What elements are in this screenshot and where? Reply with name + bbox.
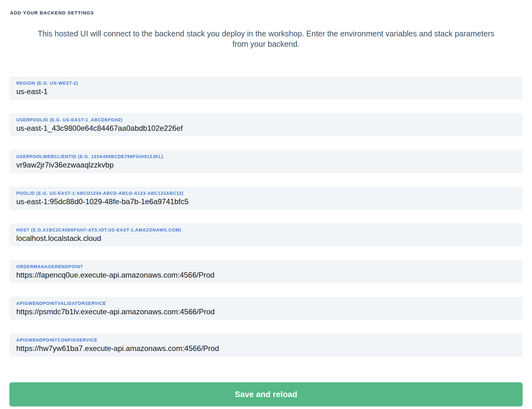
field-poolid: POOLID (E.G. US-EAST-1:ABCD1234-ABCD-ABC…: [9, 187, 523, 210]
field-ordermanagerendpoint-label: ORDERMANAGERENDPOINT: [16, 264, 516, 269]
settings-description: This hosted UI will connect to the backe…: [34, 29, 498, 49]
apigwendpointvalidatorservice-input[interactable]: [16, 307, 516, 316]
host-input[interactable]: [16, 234, 516, 243]
field-apigwendpointvalidatorservice-label: APIGWENDPOINTVALIDATORSERVICE: [16, 301, 516, 306]
field-apigwendpointconfigservice-label: APIGWENDPOINTCONFIGSERVICE: [16, 337, 516, 343]
poolid-input[interactable]: [16, 197, 516, 206]
field-userpoolid-label: USERPOOLID (E.G. US-EAST-1_ABCDEFGH2): [16, 117, 516, 122]
field-region: REGION (E.G. US-WEST-2): [9, 77, 523, 100]
userpoolwebclientid-input[interactable]: [16, 161, 516, 169]
field-userpoolwebclientid-label: USERPOOLWEBCLIENTID (E.G. 123A456BCDE789…: [16, 154, 516, 159]
ordermanagerendpoint-input[interactable]: [16, 271, 516, 279]
field-userpoolid: USERPOOLID (E.G. US-EAST-1_ABCDEFGH2): [9, 113, 523, 136]
apigwendpointconfigservice-input[interactable]: [16, 344, 516, 353]
field-region-label: REGION (E.G. US-WEST-2): [16, 81, 516, 86]
save-and-reload-button[interactable]: Save and reload: [9, 382, 523, 406]
userpoolid-input[interactable]: [16, 124, 516, 133]
field-ordermanagerendpoint: ORDERMANAGERENDPOINT: [9, 260, 523, 283]
backend-settings-page: ADD YOUR BACKEND SETTINGS This hosted UI…: [0, 0, 532, 409]
field-userpoolwebclientid: USERPOOLWEBCLIENTID (E.G. 123A456BCDE789…: [9, 150, 523, 173]
field-host-label: HOST (E.G.A1BC2C45D6FGH7-ATS.IOT.US-EAST…: [16, 227, 516, 232]
field-apigwendpointvalidatorservice: APIGWENDPOINTVALIDATORSERVICE: [9, 297, 523, 320]
field-poolid-label: POOLID (E.G. US-EAST-1:ABCD1234-ABCD-ABC…: [16, 191, 516, 196]
field-apigwendpointconfigservice: APIGWENDPOINTCONFIGSERVICE: [9, 333, 523, 357]
field-host: HOST (E.G.A1BC2C45D6FGH7-ATS.IOT.US-EAST…: [9, 223, 523, 247]
page-title: ADD YOUR BACKEND SETTINGS: [10, 10, 523, 15]
settings-form: REGION (E.G. US-WEST-2) USERPOOLID (E.G.…: [9, 77, 523, 357]
region-input[interactable]: [16, 87, 516, 96]
